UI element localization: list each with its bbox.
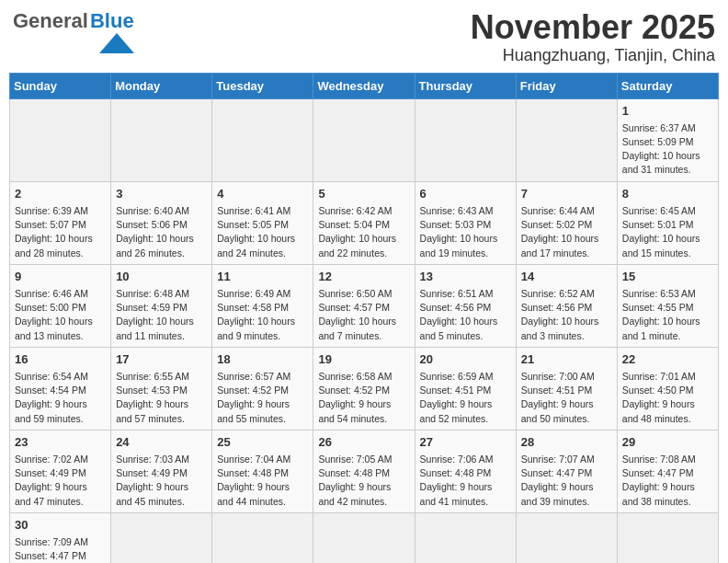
- day-cell: 8Sunrise: 6:45 AM Sunset: 5:01 PM Daylig…: [617, 181, 718, 264]
- day-number: 9: [15, 269, 106, 285]
- day-cell: [111, 512, 212, 563]
- day-number: 30: [15, 517, 106, 534]
- day-info: Sunrise: 7:09 AM Sunset: 4:47 PM Dayligh…: [15, 535, 106, 563]
- day-cell: 7Sunrise: 6:44 AM Sunset: 5:02 PM Daylig…: [516, 181, 617, 264]
- day-info: Sunrise: 7:00 AM Sunset: 4:51 PM Dayligh…: [521, 370, 612, 426]
- weekday-header-monday: Monday: [111, 73, 212, 98]
- day-info: Sunrise: 6:59 AM Sunset: 4:51 PM Dayligh…: [420, 370, 511, 426]
- logo: General Blue: [13, 9, 134, 53]
- day-cell: 29Sunrise: 7:08 AM Sunset: 4:47 PM Dayli…: [617, 430, 718, 512]
- day-info: Sunrise: 6:55 AM Sunset: 4:53 PM Dayligh…: [116, 370, 207, 426]
- day-cell: 15Sunrise: 6:53 AM Sunset: 4:55 PM Dayli…: [617, 264, 718, 347]
- day-cell: [313, 512, 415, 563]
- day-info: Sunrise: 7:03 AM Sunset: 4:49 PM Dayligh…: [116, 453, 207, 509]
- day-info: Sunrise: 7:07 AM Sunset: 4:47 PM Dayligh…: [521, 453, 612, 509]
- day-number: 28: [521, 434, 612, 451]
- month-title: November 2025: [471, 9, 715, 46]
- day-number: 13: [420, 269, 511, 285]
- day-number: 14: [521, 269, 612, 285]
- day-number: 19: [318, 351, 409, 368]
- day-info: Sunrise: 6:39 AM Sunset: 5:07 PM Dayligh…: [15, 204, 106, 260]
- day-info: Sunrise: 6:44 AM Sunset: 5:02 PM Dayligh…: [521, 204, 612, 260]
- day-info: Sunrise: 6:58 AM Sunset: 4:52 PM Dayligh…: [318, 370, 409, 426]
- day-cell: [415, 512, 516, 563]
- day-number: 24: [116, 434, 207, 451]
- day-info: Sunrise: 6:50 AM Sunset: 4:57 PM Dayligh…: [318, 287, 409, 343]
- day-info: Sunrise: 6:41 AM Sunset: 5:05 PM Dayligh…: [217, 204, 308, 260]
- day-info: Sunrise: 6:45 AM Sunset: 5:01 PM Dayligh…: [622, 204, 713, 260]
- day-cell: 28Sunrise: 7:07 AM Sunset: 4:47 PM Dayli…: [516, 430, 617, 512]
- day-cell: 11Sunrise: 6:49 AM Sunset: 4:58 PM Dayli…: [212, 264, 313, 347]
- weekday-header-tuesday: Tuesday: [212, 73, 313, 98]
- day-info: Sunrise: 6:49 AM Sunset: 4:58 PM Dayligh…: [217, 287, 308, 343]
- day-info: Sunrise: 6:43 AM Sunset: 5:03 PM Dayligh…: [420, 204, 511, 260]
- week-row-2: 2Sunrise: 6:39 AM Sunset: 5:07 PM Daylig…: [10, 181, 719, 264]
- day-number: 12: [318, 269, 409, 285]
- day-number: 2: [15, 186, 106, 202]
- day-info: Sunrise: 7:02 AM Sunset: 4:49 PM Dayligh…: [15, 453, 106, 509]
- day-info: Sunrise: 6:37 AM Sunset: 5:09 PM Dayligh…: [622, 121, 713, 178]
- day-cell: 16Sunrise: 6:54 AM Sunset: 4:54 PM Dayli…: [10, 347, 111, 430]
- weekday-header-sunday: Sunday: [10, 73, 111, 98]
- day-info: Sunrise: 6:57 AM Sunset: 4:52 PM Dayligh…: [217, 370, 308, 426]
- weekday-header-saturday: Saturday: [617, 73, 718, 98]
- day-cell: [212, 98, 313, 181]
- day-cell: [516, 98, 617, 181]
- day-cell: [10, 98, 111, 181]
- day-info: Sunrise: 6:48 AM Sunset: 4:59 PM Dayligh…: [116, 287, 207, 343]
- day-cell: 12Sunrise: 6:50 AM Sunset: 4:57 PM Dayli…: [313, 264, 415, 347]
- day-cell: [313, 98, 415, 181]
- day-number: 26: [318, 434, 409, 451]
- week-row-6: 30Sunrise: 7:09 AM Sunset: 4:47 PM Dayli…: [10, 512, 719, 563]
- logo-general: General: [13, 9, 88, 33]
- day-cell: 13Sunrise: 6:51 AM Sunset: 4:56 PM Dayli…: [415, 264, 516, 347]
- day-cell: 23Sunrise: 7:02 AM Sunset: 4:49 PM Dayli…: [10, 430, 111, 512]
- day-info: Sunrise: 6:46 AM Sunset: 5:00 PM Dayligh…: [15, 287, 106, 343]
- day-cell: 14Sunrise: 6:52 AM Sunset: 4:56 PM Dayli…: [516, 264, 617, 347]
- day-number: 29: [622, 434, 713, 451]
- day-cell: 18Sunrise: 6:57 AM Sunset: 4:52 PM Dayli…: [212, 347, 313, 430]
- day-cell: 1Sunrise: 6:37 AM Sunset: 5:09 PM Daylig…: [617, 98, 718, 181]
- day-number: 10: [116, 269, 207, 285]
- day-cell: [617, 512, 718, 563]
- day-number: 17: [116, 351, 207, 368]
- title-area: November 2025 Huangzhuang, Tianjin, Chin…: [471, 9, 715, 65]
- day-number: 7: [521, 186, 612, 202]
- day-cell: 25Sunrise: 7:04 AM Sunset: 4:48 PM Dayli…: [212, 430, 313, 512]
- day-info: Sunrise: 6:53 AM Sunset: 4:55 PM Dayligh…: [622, 287, 713, 343]
- day-cell: 4Sunrise: 6:41 AM Sunset: 5:05 PM Daylig…: [212, 181, 313, 264]
- location: Huangzhuang, Tianjin, China: [471, 46, 715, 65]
- day-number: 11: [217, 269, 308, 285]
- day-number: 21: [521, 351, 612, 368]
- weekday-header-row: SundayMondayTuesdayWednesdayThursdayFrid…: [10, 73, 719, 98]
- week-row-5: 23Sunrise: 7:02 AM Sunset: 4:49 PM Dayli…: [10, 430, 719, 512]
- weekday-header-friday: Friday: [516, 73, 617, 98]
- day-cell: 20Sunrise: 6:59 AM Sunset: 4:51 PM Dayli…: [415, 347, 516, 430]
- svg-marker-0: [99, 33, 134, 53]
- day-cell: [111, 98, 212, 181]
- week-row-1: 1Sunrise: 6:37 AM Sunset: 5:09 PM Daylig…: [10, 98, 719, 181]
- week-row-4: 16Sunrise: 6:54 AM Sunset: 4:54 PM Dayli…: [10, 347, 719, 430]
- week-row-3: 9Sunrise: 6:46 AM Sunset: 5:00 PM Daylig…: [10, 264, 719, 347]
- day-info: Sunrise: 7:04 AM Sunset: 4:48 PM Dayligh…: [217, 453, 308, 509]
- day-info: Sunrise: 6:54 AM Sunset: 4:54 PM Dayligh…: [15, 370, 106, 426]
- day-number: 23: [15, 434, 106, 451]
- logo-blue: Blue: [90, 9, 134, 33]
- day-number: 20: [420, 351, 511, 368]
- day-cell: 5Sunrise: 6:42 AM Sunset: 5:04 PM Daylig…: [313, 181, 415, 264]
- day-number: 4: [217, 186, 308, 202]
- day-info: Sunrise: 7:08 AM Sunset: 4:47 PM Dayligh…: [622, 453, 713, 509]
- day-cell: 24Sunrise: 7:03 AM Sunset: 4:49 PM Dayli…: [111, 430, 212, 512]
- day-info: Sunrise: 6:42 AM Sunset: 5:04 PM Dayligh…: [318, 204, 409, 260]
- day-cell: 3Sunrise: 6:40 AM Sunset: 5:06 PM Daylig…: [111, 181, 212, 264]
- day-info: Sunrise: 7:06 AM Sunset: 4:48 PM Dayligh…: [420, 453, 511, 509]
- day-cell: 21Sunrise: 7:00 AM Sunset: 4:51 PM Dayli…: [516, 347, 617, 430]
- day-number: 5: [318, 186, 409, 202]
- day-cell: 27Sunrise: 7:06 AM Sunset: 4:48 PM Dayli…: [415, 430, 516, 512]
- day-cell: 17Sunrise: 6:55 AM Sunset: 4:53 PM Dayli…: [111, 347, 212, 430]
- day-cell: [212, 512, 313, 563]
- day-info: Sunrise: 7:01 AM Sunset: 4:50 PM Dayligh…: [622, 370, 713, 426]
- day-cell: 9Sunrise: 6:46 AM Sunset: 5:00 PM Daylig…: [10, 264, 111, 347]
- day-number: 25: [217, 434, 308, 451]
- day-number: 6: [420, 186, 511, 202]
